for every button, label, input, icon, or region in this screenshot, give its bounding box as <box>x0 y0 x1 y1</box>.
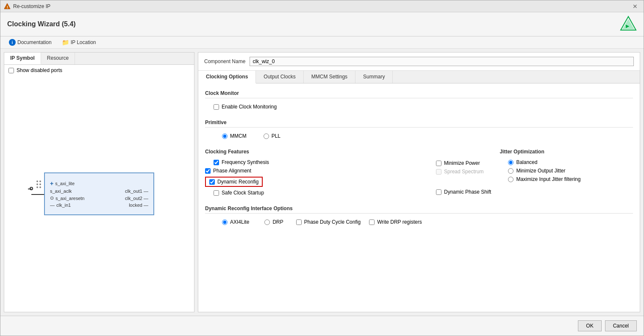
drp-mode-radio[interactable] <box>264 219 270 225</box>
dynamic-reconfig-highlighted: Dynamic Reconfig <box>205 177 263 187</box>
minimize-power-row: Minimize Power <box>427 159 491 167</box>
tab-content-area: Clock Monitor Enable Clock Monitoring Pr… <box>198 83 640 312</box>
phase-alignment-checkbox[interactable] <box>205 168 211 174</box>
ok-button[interactable]: OK <box>578 320 601 331</box>
jitter-min-output-radio[interactable] <box>508 168 514 174</box>
jitter-optimization-col: Jitter Optimization Balanced Minimize Ou… <box>500 149 633 197</box>
write-drp-checkbox[interactable] <box>369 219 375 225</box>
clock-monitor-header: Clock Monitor <box>205 90 633 98</box>
phase-duty-cycle-checkbox[interactable] <box>296 219 302 225</box>
panel-tabs: IP Symbol Resource <box>4 53 194 65</box>
plus-icon: + <box>50 180 53 187</box>
tab-ip-symbol[interactable]: IP Symbol <box>4 53 41 64</box>
dynamic-phase-shift-checkbox[interactable] <box>436 189 441 195</box>
aresetn-wire <box>28 189 31 189</box>
safe-clock-label: Safe Clock Startup <box>222 190 264 196</box>
primitive-mmcm-row: MMCM <box>214 132 247 140</box>
axi4lite-radio[interactable] <box>222 219 228 225</box>
show-disabled-label: Show disabled ports <box>17 67 62 73</box>
port-aresetn: ⊙ s_axi_aresetn <box>50 195 85 201</box>
show-disabled-checkbox[interactable] <box>8 68 14 73</box>
minimize-power-label: Minimize Power <box>444 160 480 166</box>
app-icon: ! <box>4 3 11 10</box>
port-clkout1: clk_out1 — <box>125 189 148 194</box>
spread-spectrum-checkbox[interactable] <box>436 169 441 175</box>
footer: OK Cancel <box>0 316 644 336</box>
xilinx-logo: ▶ <box>620 16 637 33</box>
app-title: Clocking Wizard (5.4) <box>7 20 76 28</box>
jitter-max-input-radio[interactable] <box>508 177 514 182</box>
dynamic-reconfig-label: Dynamic Reconfig <box>217 179 258 185</box>
dynamic-reconfig-container: Dynamic Reconfig <box>205 175 411 189</box>
axi4lite-label: AXI4Lite <box>230 219 249 225</box>
features-jitter-section: Clocking Features Frequency Synthesis <box>205 149 633 197</box>
dynamic-reconfig-checkbox[interactable] <box>209 179 215 185</box>
enable-clock-monitoring-checkbox[interactable] <box>214 104 219 110</box>
toolbar: i Documentation 📁 IP Location <box>0 36 644 49</box>
extra-checkboxes-col: Minimize Power Spread Spectrum Dynamic P… <box>427 149 491 197</box>
port-saxi-aclk-label: s_axi_aclk <box>50 189 72 194</box>
jitter-min-output-label: Minimize Output Jitter <box>516 168 565 174</box>
tab-summary[interactable]: Summary <box>355 71 393 83</box>
primitive-radio-group: MMCM PLL <box>205 132 633 140</box>
phase-alignment-label: Phase Alignment <box>213 168 251 174</box>
ip-block-container: + s_axi_lite s_axi_aclk clk_out1 — <box>44 172 154 215</box>
port-aresetn-label: s_axi_aresetn <box>56 196 85 201</box>
primitive-pll-label: PLL <box>272 133 280 139</box>
component-name-row: Component Name <box>198 53 640 71</box>
ip-location-button[interactable]: 📁 IP Location <box>60 38 98 47</box>
port-dots-left <box>36 180 41 188</box>
component-name-label: Component Name <box>204 58 245 64</box>
minimize-power-checkbox[interactable] <box>436 161 441 166</box>
features-jitter-row: Clocking Features Frequency Synthesis <box>205 149 633 197</box>
clocking-features-col: Clocking Features Frequency Synthesis <box>205 149 411 197</box>
phase-alignment-row: Phase Alignment <box>205 167 251 175</box>
cancel-button[interactable]: Cancel <box>605 320 637 331</box>
window-title: Re-customize IP <box>13 3 50 9</box>
port-row-saxi-aclk: s_axi_aclk clk_out1 — <box>50 189 148 194</box>
drp-label: DRP <box>272 219 283 225</box>
dynamic-phase-shift-row: Dynamic Phase Shift <box>427 188 491 196</box>
port-saxi-lite-label: s_axi_lite <box>55 181 75 186</box>
ip-location-label: IP Location <box>71 39 96 45</box>
write-drp-row: Write DRP registers <box>369 218 422 226</box>
main-window: ! Re-customize IP ✕ Clocking Wizard (5.4… <box>0 0 644 336</box>
port-saxi-lite: + s_axi_lite <box>50 180 75 187</box>
title-bar-left: ! Re-customize IP <box>4 3 50 10</box>
tab-output-clocks[interactable]: Output Clocks <box>256 71 303 83</box>
drp-options-row: AXI4Lite DRP Phase Duty Cycle Config <box>205 218 633 226</box>
close-button[interactable]: ✕ <box>630 2 640 11</box>
primitive-header: Primitive <box>205 119 633 128</box>
port-row-aresetn: ⊙ s_axi_aresetn clk_out2 — <box>50 195 148 201</box>
primitive-mmcm-radio[interactable] <box>222 133 228 139</box>
component-name-input[interactable] <box>250 57 634 66</box>
tab-clocking-options[interactable]: Clocking Options <box>198 71 256 83</box>
freq-synthesis-checkbox[interactable] <box>214 160 219 165</box>
jitter-max-input-label: Maximize Input Jitter filtering <box>516 176 580 182</box>
enable-clock-monitoring-label: Enable Clock Monitoring <box>222 104 277 110</box>
info-icon: i <box>9 39 16 46</box>
safe-clock-checkbox[interactable] <box>214 190 219 196</box>
jitter-balanced-radio[interactable] <box>508 160 514 165</box>
left-panel: IP Symbol Resource Show disabled ports <box>4 52 194 312</box>
jitter-max-input-row: Maximize Input Jitter filtering <box>500 175 633 183</box>
jitter-min-output-row: Minimize Output Jitter <box>500 167 633 175</box>
freq-synthesis-label: Frequency Synthesis <box>222 159 269 165</box>
safe-clock-row: Safe Clock Startup <box>205 189 411 197</box>
clock-monitor-section: Clock Monitor Enable Clock Monitoring <box>205 90 633 111</box>
title-bar: ! Re-customize IP ✕ <box>0 0 644 12</box>
drp-radio-group: AXI4Lite DRP <box>214 218 283 226</box>
primitive-pll-radio[interactable] <box>264 133 269 139</box>
documentation-button[interactable]: i Documentation <box>7 38 53 47</box>
primitive-section: Primitive MMCM PLL <box>205 119 633 140</box>
dynamic-phase-shift-label: Dynamic Phase Shift <box>444 189 491 195</box>
main-tabs-row: Clocking Options Output Clocks MMCM Sett… <box>198 71 640 83</box>
jitter-balanced-row: Balanced <box>500 158 633 167</box>
main-header: Clocking Wizard (5.4) ▶ <box>0 12 644 36</box>
tab-resource[interactable]: Resource <box>41 53 75 64</box>
spread-spectrum-label: Spread Spectrum <box>444 169 483 175</box>
svg-text:!: ! <box>7 5 8 9</box>
tab-mmcm-settings[interactable]: MMCM Settings <box>304 71 355 83</box>
port-row-clkin1: — clk_in1 locked — <box>50 203 148 208</box>
port-clkin1: — clk_in1 <box>50 203 71 208</box>
